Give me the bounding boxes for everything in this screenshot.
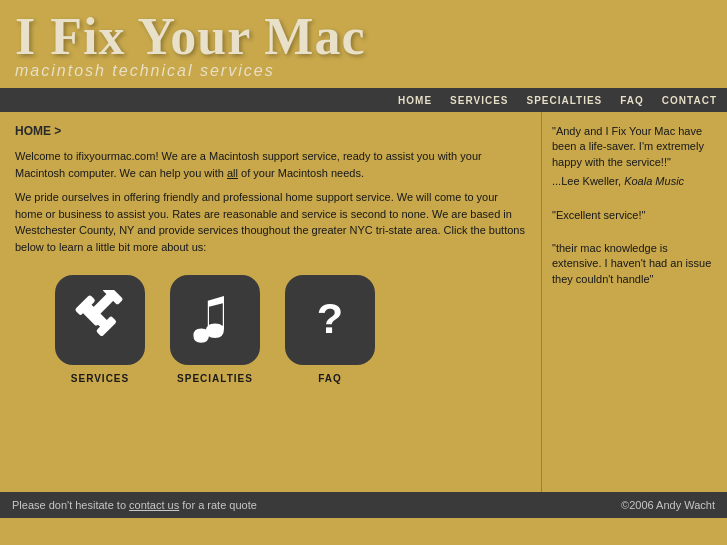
services-icon xyxy=(55,275,145,365)
question-mark-icon: ? xyxy=(300,290,360,350)
site-subtitle: macintosh technical services xyxy=(15,63,366,79)
content-area: HOME > Welcome to ifixyourmac.com! We ar… xyxy=(0,112,542,492)
specialties-button[interactable]: SPECIALTIES xyxy=(170,275,260,384)
wrench-hammer-icon xyxy=(70,290,130,350)
footer-left-text: Please don't hesitate to xyxy=(12,499,129,511)
header: I Fix Your Mac macintosh technical servi… xyxy=(0,0,727,88)
faq-button[interactable]: ? FAQ xyxy=(285,275,375,384)
nav-services[interactable]: SERVICES xyxy=(450,95,508,106)
navigation: HOME SERVICES SPECIALTIES FAQ CONTACT xyxy=(0,88,727,112)
music-note-icon xyxy=(185,290,245,350)
nav-faq[interactable]: FAQ xyxy=(620,95,644,106)
specialties-label: SPECIALTIES xyxy=(177,373,253,384)
header-title: I Fix Your Mac macintosh technical servi… xyxy=(15,11,366,79)
site-title: I Fix Your Mac xyxy=(15,11,366,63)
testimonial-2: "Excellent service!" xyxy=(552,208,717,223)
nav-contact[interactable]: CONTACT xyxy=(662,95,717,106)
sidebar: "Andy and I Fix Your Mac have been a lif… xyxy=(542,112,727,492)
testimonial-1-author: ...Lee Kweller, Koala Music xyxy=(552,174,717,189)
testimonial-3-text: "their mac knowledge is extensive. I hav… xyxy=(552,241,717,287)
svg-text:?: ? xyxy=(317,294,343,342)
breadcrumb: HOME > xyxy=(15,124,526,138)
footer: Please don't hesitate to contact us for … xyxy=(0,492,727,518)
main-content: HOME > Welcome to ifixyourmac.com! We ar… xyxy=(0,112,727,492)
faq-label: FAQ xyxy=(318,373,342,384)
footer-left-suffix: for a rate quote xyxy=(179,499,257,511)
testimonial-2-text: "Excellent service!" xyxy=(552,208,717,223)
specialties-icon xyxy=(170,275,260,365)
intro-paragraph-1: Welcome to ifixyourmac.com! We are a Mac… xyxy=(15,148,526,181)
nav-specialties[interactable]: SPECIALTIES xyxy=(526,95,602,106)
services-label: SERVICES xyxy=(71,373,129,384)
underline-all: all xyxy=(227,167,238,179)
intro-paragraph-2: We pride ourselves in offering friendly … xyxy=(15,189,526,255)
footer-right: ©2006 Andy Wacht xyxy=(621,499,715,511)
services-button[interactable]: SERVICES xyxy=(55,275,145,384)
services-section: SERVICES SPECIALTIES ? FAQ xyxy=(15,275,526,384)
faq-icon: ? xyxy=(285,275,375,365)
testimonial-1: "Andy and I Fix Your Mac have been a lif… xyxy=(552,124,717,190)
footer-left: Please don't hesitate to contact us for … xyxy=(12,499,257,511)
testimonial-1-text: "Andy and I Fix Your Mac have been a lif… xyxy=(552,124,717,170)
nav-home[interactable]: HOME xyxy=(398,95,432,106)
testimonial-3: "their mac knowledge is extensive. I hav… xyxy=(552,241,717,287)
contact-us-link[interactable]: contact us xyxy=(129,499,179,511)
